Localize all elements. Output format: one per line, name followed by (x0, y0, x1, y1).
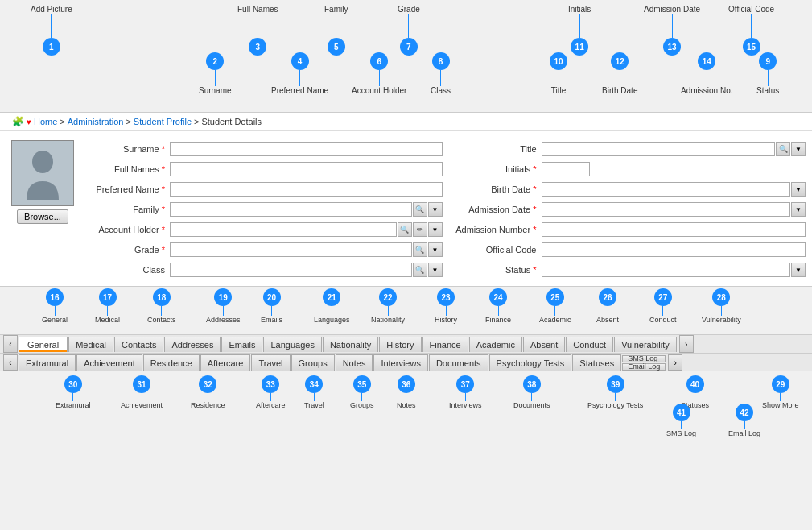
form-area: Browse... Surname * Full Names * Preferr… (0, 131, 812, 287)
sub-tab-emaillog[interactable]: Email Log (622, 363, 666, 371)
input-status[interactable] (542, 263, 791, 277)
ann-psychology-tests: 39 Psychology Tests (587, 375, 643, 409)
sub-tab-psychology[interactable]: Psychology Tests (489, 354, 572, 371)
label-class: Class (85, 265, 170, 275)
accountholder-browse-btn[interactable]: 🔍 (398, 222, 412, 237)
label-officialcode: Official Code (449, 245, 542, 255)
ann-languages: 21 Languages (314, 288, 350, 324)
label-accountholder: Account Holder * (85, 225, 170, 234)
left-form: Surname * Full Names * Preferred Name * … (85, 136, 443, 281)
ann-medical: 17 Medical (95, 288, 120, 324)
puzzle-icon[interactable]: 🧩 (12, 116, 24, 127)
sub-tab-statuses[interactable]: Statuses (572, 354, 621, 371)
input-grade[interactable] (170, 242, 412, 257)
title-dropdown-btn[interactable]: ▼ (791, 142, 806, 156)
sub-tab-achievement[interactable]: Achievement (76, 354, 142, 371)
form-row-grade: Grade * 🔍 ▼ (85, 241, 443, 259)
birthdate-calendar-btn[interactable]: ▼ (791, 182, 806, 197)
family-dropdown-btn[interactable]: ▼ (428, 202, 443, 217)
input-fullnames[interactable] (170, 162, 443, 176)
breadcrumb: 🧩 ♥ Home > Administration > Student Prof… (0, 113, 812, 131)
input-birthdate[interactable] (542, 182, 791, 197)
breadcrumb-sep3: > (194, 117, 199, 126)
breadcrumb-admin[interactable]: Administration (68, 117, 124, 126)
sub-tab-extramural[interactable]: Extramural (19, 354, 76, 371)
input-initials[interactable] (542, 162, 590, 176)
tab-vulnerability[interactable]: Vulnerability (614, 337, 677, 352)
ann-nationality: 22 Nationality (371, 288, 405, 324)
input-title[interactable] (542, 142, 776, 156)
tab-absent[interactable]: Absent (523, 337, 565, 352)
annotation-grade: Grade 7 (398, 5, 420, 56)
tab-contacts[interactable]: Contacts (114, 337, 163, 352)
input-surname[interactable] (170, 142, 443, 156)
breadcrumb-home[interactable]: Home (34, 117, 57, 126)
sub-tab-notes[interactable]: Notes (336, 354, 373, 371)
form-row-status: Status * ▼ (449, 261, 806, 279)
annotation-surname: 2 Surname (199, 52, 232, 95)
accountholder-edit-btn[interactable]: ✏ (413, 222, 427, 237)
input-admissiondate[interactable] (542, 202, 791, 217)
input-class[interactable] (170, 263, 412, 277)
avatar-silhouette (23, 147, 63, 200)
ann-contacts: 18 Contacts (147, 288, 176, 324)
input-admissionnumber[interactable] (542, 222, 806, 237)
sub-tabs-prev-btn[interactable]: ‹ (3, 354, 18, 371)
right-form: Title 🔍 ▼ Initials * Birth Date * ▼ (449, 136, 806, 281)
sub-tab-groups[interactable]: Groups (291, 354, 335, 371)
bottom-annotation-area: 30 Extramural 31 Achievement 32 Residenc… (0, 371, 812, 452)
tab-conduct[interactable]: Conduct (566, 337, 613, 352)
tab-medical[interactable]: Medical (68, 337, 113, 352)
grade-browse-btn[interactable]: 🔍 (413, 242, 427, 257)
class-browse-btn[interactable]: 🔍 (413, 263, 427, 277)
form-row-fullnames: Full Names * (85, 160, 443, 178)
class-dropdown-btn[interactable]: ▼ (428, 263, 443, 277)
tab-history[interactable]: History (379, 337, 421, 352)
sub-tab-aftercare[interactable]: Aftercare (200, 354, 251, 371)
input-family[interactable] (170, 202, 412, 217)
annotation-add-picture: Add Picture 1 (31, 5, 72, 56)
tab-finance[interactable]: Finance (422, 337, 468, 352)
sub-tab-documents[interactable]: Documents (429, 354, 488, 371)
status-dropdown-btn[interactable]: ▼ (791, 263, 806, 277)
annotation-preferred-name: 4 Preferred Name (271, 52, 328, 95)
sub-tabs-next-btn[interactable]: › (668, 354, 682, 371)
main-tabs-next-btn[interactable]: › (679, 335, 694, 353)
family-browse-btn[interactable]: 🔍 (413, 202, 427, 217)
tab-nationality[interactable]: Nationality (323, 337, 378, 352)
input-preferredname[interactable] (170, 182, 443, 197)
ann-travel: 34 Travel (304, 375, 324, 409)
title-browse-btn[interactable]: 🔍 (776, 142, 790, 156)
tab-emails[interactable]: Emails (221, 337, 262, 352)
admissiondate-calendar-btn[interactable]: ▼ (791, 202, 806, 217)
sub-tab-interviews[interactable]: Interviews (373, 354, 428, 371)
breadcrumb-profile[interactable]: Student Profile (134, 117, 192, 126)
browse-button[interactable]: Browse... (17, 209, 68, 224)
tab-addresses[interactable]: Addresses (164, 337, 221, 352)
input-accountholder[interactable] (170, 222, 397, 237)
ann-emails: 20 Emails (261, 288, 282, 324)
avatar-section: Browse... (6, 136, 79, 281)
accountholder-dropdown-btn[interactable]: ▼ (428, 222, 443, 237)
breadcrumb-current: Student Details (201, 117, 262, 126)
ann-general: 16 General (42, 288, 68, 324)
ann-emaillog: 42 Email Log (728, 404, 760, 437)
tab-languages[interactable]: Languages (263, 337, 321, 352)
input-officialcode[interactable] (542, 242, 806, 257)
sub-tab-travel[interactable]: Travel (251, 354, 290, 371)
tab-academic[interactable]: Academic (469, 337, 522, 352)
label-fullnames: Full Names * (85, 164, 170, 174)
sub-tab-smslog[interactable]: SMS Log (622, 355, 666, 362)
sub-tab-row: ‹ Extramural Achievement Residence After… (0, 354, 812, 371)
ann-academic: 25 Academic (539, 288, 571, 324)
ann-aftercare: 33 Aftercare (256, 375, 286, 409)
grade-dropdown-btn[interactable]: ▼ (428, 242, 443, 257)
main-tabs-prev-btn[interactable]: ‹ (3, 335, 18, 353)
tab-general[interactable]: General (19, 337, 68, 352)
ann-vulnerability: 28 Vulnerability (702, 288, 741, 324)
label-status: Status * (449, 265, 542, 275)
form-row-surname: Surname * (85, 140, 443, 158)
form-row-officialcode: Official Code (449, 241, 806, 259)
sub-tab-residence[interactable]: Residence (143, 354, 200, 371)
heart-icon[interactable]: ♥ (27, 118, 31, 126)
